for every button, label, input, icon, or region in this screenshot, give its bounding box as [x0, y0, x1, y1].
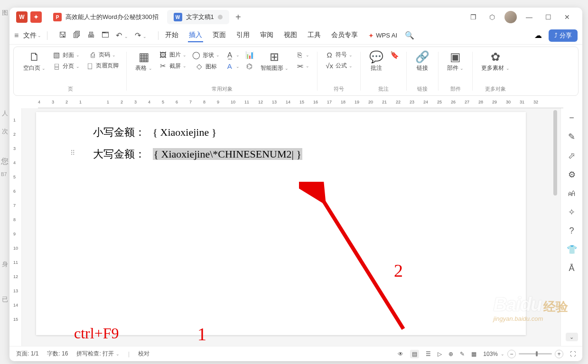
pagenum-button[interactable]: ⎙页码 ⌄ [86, 50, 118, 60]
textbox-button[interactable]: A̲⌄ [224, 50, 242, 60]
wordart-button[interactable]: A⌄ [224, 61, 242, 71]
side-collapse-button[interactable]: ⌄ [566, 333, 578, 341]
group-label: 更多对象 [485, 85, 506, 93]
line1-field[interactable]: { Xiaoxiejine } [153, 126, 217, 138]
wps-logo-icon[interactable]: W [16, 11, 28, 23]
relation-button[interactable]: ⫘⌄ [293, 61, 311, 71]
side-tool-icon[interactable]: ✧ [568, 207, 575, 217]
file-menu[interactable]: 文件 ⌄ [23, 31, 41, 40]
status-words[interactable]: 字数: 16 [47, 350, 68, 358]
comment-button[interactable]: 💬批注 [366, 50, 386, 73]
horizontal-ruler[interactable]: 4321123456789101112131415161718192021222… [38, 97, 563, 108]
side-minus-icon[interactable]: − [569, 113, 574, 123]
status-pen-icon[interactable]: ✎ [460, 351, 465, 357]
print-icon[interactable]: 🖶 [87, 31, 95, 40]
tab-tools[interactable]: 工具 [307, 29, 322, 42]
tab-review[interactable]: 审阅 [259, 29, 274, 42]
status-readmode-icon[interactable]: ▤ [410, 350, 419, 358]
side-select-icon[interactable]: ⬀ [568, 150, 575, 161]
side-translate-icon[interactable]: 🗚 [568, 188, 576, 198]
zoom-value[interactable]: 103% [483, 351, 498, 357]
icon-button[interactable]: ◇图标 [193, 61, 219, 72]
hamburger-icon[interactable]: ≡ [14, 31, 19, 40]
side-text-icon[interactable]: Ā [569, 263, 574, 273]
drag-handle-icon[interactable]: ⠿ [70, 149, 75, 157]
shape-button[interactable]: ◯形状 ⌄ [190, 50, 222, 60]
zoom-slider[interactable] [519, 353, 552, 355]
zoom-in-button[interactable]: + [555, 350, 563, 358]
page-scroll-area[interactable]: 小写金额： { Xiaoxiejine } ⠿ 大写金额： { Xiaoxiej… [22, 108, 560, 346]
line2-field-selected[interactable]: { Xiaoxiejine\*CHINESENUM2| } [153, 148, 303, 160]
smartart-button[interactable]: ⊞智能图形 ⌄ [258, 50, 291, 73]
formula-button[interactable]: √x公式 ⌄ [323, 61, 355, 71]
share-button[interactable]: ⤴ 分享 [549, 29, 578, 42]
tab-insert[interactable]: 插入 [188, 29, 203, 42]
status-page[interactable]: 页面: 1/1 [16, 350, 38, 358]
tab-view[interactable]: 视图 [283, 29, 298, 42]
group-label: 常用对象 [212, 85, 233, 93]
app-icons: W ✦ [13, 11, 45, 23]
screenshot-button[interactable]: ✂截屏 ⌄ [157, 61, 188, 71]
doc-line-1: 小写金额： { Xiaoxiejine } [93, 125, 469, 140]
scrollbar-thumb[interactable] [553, 110, 557, 196]
tab-start[interactable]: 开始 [164, 29, 179, 42]
print-preview-icon[interactable]: 🗔 [102, 31, 109, 40]
status-play-icon[interactable]: ▷ [438, 351, 442, 357]
minimize-button[interactable]: — [523, 10, 536, 24]
document-page[interactable]: 小写金额： { Xiaoxiejine } ⠿ 大写金额： { Xiaoxiej… [36, 112, 526, 335]
link-button[interactable]: 🔗链接 [412, 50, 432, 73]
search-icon[interactable]: 🔍 [405, 31, 414, 40]
user-avatar[interactable] [504, 11, 517, 23]
cube-icon[interactable]: ⬡ [485, 10, 499, 24]
ribbon-group-link: 🔗链接 链接 [409, 49, 436, 93]
save-icon[interactable]: 🖫 [59, 31, 66, 40]
window-controls: ❐ ⬡ — ☐ ✕ [467, 10, 579, 24]
maximize-button[interactable]: ☐ [541, 10, 555, 24]
tab-document-1[interactable]: P 高效能人士的Word办公秘技300招 [47, 10, 165, 24]
status-fullscreen-icon[interactable]: ⛶ [570, 351, 576, 357]
app-secondary-icon[interactable]: ✦ [30, 11, 42, 23]
titlebar: W ✦ P 高效能人士的Word办公秘技300招 W 文字文稿1 + ❐ ⬡ —… [9, 8, 582, 27]
side-settings-icon[interactable]: ⚙ [568, 169, 576, 180]
orgchart-button[interactable]: ⌬ [243, 61, 256, 72]
status-proof[interactable]: 校对 [138, 350, 149, 358]
undo-icon[interactable]: ↶ ⌄ [116, 31, 128, 40]
blank-page-button[interactable]: 🗋空白页 ⌄ [20, 50, 48, 73]
pagebreak-button[interactable]: ⌸分页 ⌄ [50, 61, 82, 71]
new-tab-button[interactable]: + [231, 10, 245, 24]
side-clothes-icon[interactable]: 👕 [567, 244, 577, 255]
zoom-control: 103%⌄ − + [483, 350, 563, 358]
headerfooter-button[interactable]: ⎕页眉页脚 [84, 61, 121, 71]
more-obj-button[interactable]: ⎘⌄ [293, 50, 311, 60]
status-eye-icon[interactable]: 👁 [398, 351, 403, 357]
tab-member[interactable]: 会员专享 [330, 29, 359, 42]
menubar: ≡ 文件 ⌄ 🖫 🗐 🖶 🗔 ↶ ⌄ ↷ ⌄ 开始 插入 页面 引用 审阅 视图… [9, 27, 582, 45]
close-button[interactable]: ✕ [560, 10, 574, 24]
side-help-icon[interactable]: ? [569, 226, 574, 236]
status-outline-icon[interactable]: ☰ [426, 351, 431, 357]
vertical-ruler[interactable]: 123456789101112131415 [9, 108, 22, 346]
symbol-button[interactable]: Ω符号 ⌄ [323, 50, 355, 60]
redo-icon[interactable]: ↷ ⌄ [135, 31, 147, 40]
more-assets-button[interactable]: ✿更多素材 ⌄ [478, 50, 512, 73]
layout-icon[interactable]: ❐ [467, 10, 480, 24]
picture-button[interactable]: 🖼图片 ⌄ [157, 50, 188, 60]
status-grid-icon[interactable]: ▦ [471, 351, 476, 357]
chart-button[interactable]: 📊 [243, 50, 256, 60]
tab-document-2[interactable]: W 文字文稿1 [167, 10, 229, 24]
bookmark-button[interactable]: 🔖 [388, 50, 401, 60]
zoom-out-button[interactable]: − [507, 350, 516, 358]
wps-ai-button[interactable]: ✦ WPS AI [368, 32, 397, 39]
cloud-icon[interactable]: ☁ [534, 31, 542, 40]
save-as-icon[interactable]: 🗐 [73, 31, 81, 40]
vertical-scrollbar[interactable] [552, 108, 559, 346]
group-label: 链接 [417, 85, 428, 93]
tab-page[interactable]: 页面 [212, 29, 227, 42]
status-web-icon[interactable]: ⊕ [448, 351, 453, 357]
parts-button[interactable]: ▣部件 ⌄ [444, 50, 467, 73]
table-button[interactable]: ▦表格 ⌄ [132, 50, 155, 73]
status-spellcheck[interactable]: 拼写检查: 打开 ⌄ [76, 350, 120, 358]
side-pen-icon[interactable]: ✎ [568, 131, 575, 142]
tab-reference[interactable]: 引用 [235, 29, 251, 42]
cover-button[interactable]: ▧封面 ⌄ [50, 50, 82, 60]
